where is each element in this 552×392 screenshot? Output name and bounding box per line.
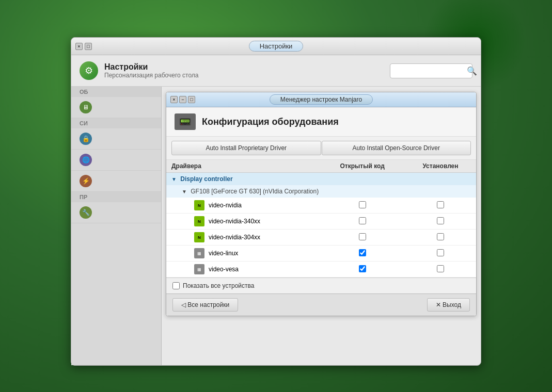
sidebar-item-network[interactable]: 🌐 [71, 150, 161, 171]
left-sidebar: Об 🖥 Си 🔒 🌐 ⚡ Пр 🔧 [71, 87, 162, 365]
search-input[interactable] [395, 67, 467, 75]
show-all-devices-label[interactable]: Показать все устройства [172, 282, 254, 289]
footer-bar: ◁ Все настройки ✕ Выход [166, 293, 476, 316]
search-box[interactable]: 🔍 [390, 63, 472, 78]
inner-window-title: Менеджер настроек Manjaro [280, 96, 362, 103]
table-row[interactable]: N video-nvidia-340xx [166, 214, 476, 230]
col-driver: Драйвера [166, 160, 320, 173]
outer-close-button[interactable]: × [75, 43, 83, 50]
outer-content-wrapper: Об 🖥 Си 🔒 🌐 ⚡ Пр 🔧 [71, 87, 481, 365]
outer-window-controls: × □ [75, 43, 92, 50]
inner-titlebar: × − □ Менеджер настроек Manjaro [166, 92, 476, 107]
driver-4-opensource-checkbox[interactable] [359, 265, 366, 272]
power-icon: ⚡ [80, 175, 92, 187]
driver-0-opensource-checkbox[interactable] [359, 201, 366, 208]
inner-window: × − □ Менеджер настроек Manjaro 📟 Конфиг… [166, 92, 477, 316]
proprietary-driver-button[interactable]: Auto Install Proprietary Driver [171, 141, 321, 155]
table-row: ▼ GF108 [GeForce GT 630] (nVIdia Corpora… [166, 185, 476, 198]
chip-icon: ▦ [194, 264, 204, 274]
security-icon: 🔒 [80, 133, 92, 145]
settings-header: ⚙ Настройки Персонализация рабочего стол… [71, 55, 481, 87]
hw-header: 📟 Конфигурация оборудования [166, 107, 476, 137]
settings-title-area: ⚙ Настройки Персонализация рабочего стол… [80, 61, 199, 80]
outer-title-tab: Настройки [249, 41, 304, 52]
inner-window-controls: × − □ [170, 96, 195, 103]
inner-minimize-button[interactable]: − [179, 96, 186, 103]
show-all-checkbox[interactable] [172, 282, 180, 289]
driver-2-opensource-checkbox[interactable] [359, 233, 366, 240]
search-icon: 🔍 [467, 66, 477, 76]
outer-titlebar: × □ Настройки [71, 38, 481, 55]
main-panel: × − □ Менеджер настроек Manjaro 📟 Конфиг… [162, 87, 481, 365]
driver-2-installed-checkbox[interactable] [437, 233, 444, 240]
exit-button[interactable]: ✕ Выход [427, 298, 470, 312]
settings-subtitle: Персонализация рабочего стола [104, 72, 199, 79]
outer-window: × □ Настройки ⚙ Настройки Персонализация… [71, 37, 481, 366]
hardware-icon: 🔧 [80, 206, 92, 219]
back-button[interactable]: ◁ Все настройки [172, 298, 238, 312]
settings-icon: ⚙ [80, 61, 98, 80]
nvidia-logo-icon: N [194, 232, 204, 242]
sidebar-item-security[interactable]: 🔒 [71, 128, 161, 150]
table-row[interactable]: N video-nvidia-304xx [166, 230, 476, 246]
table-row[interactable]: ▦ video-linux [166, 246, 476, 262]
inner-content: 📟 Конфигурация оборудования Auto Install… [166, 107, 476, 316]
inner-maximize-button[interactable]: □ [188, 96, 195, 103]
section-header-si: Си [71, 118, 161, 128]
driver-4-installed-checkbox[interactable] [437, 265, 444, 272]
outer-window-title: Настройки [260, 42, 293, 50]
category-triangle-icon: ▼ [171, 176, 177, 182]
section-header-pr: Пр [71, 192, 161, 202]
sidebar-item-hardware[interactable]: 🔧 [71, 202, 161, 223]
driver-0-installed-checkbox[interactable] [437, 201, 444, 208]
subcategory-triangle-icon: ▼ [182, 189, 187, 194]
driver-table: Драйвера Открытый код Установлен [166, 160, 476, 277]
table-row: ▼ Display controller [166, 173, 476, 186]
chip-icon: ▦ [194, 248, 204, 258]
driver-3-installed-checkbox[interactable] [437, 249, 444, 256]
sidebar-item-power[interactable]: ⚡ [71, 171, 161, 192]
settings-title: Настройки [104, 62, 199, 72]
opensource-driver-button[interactable]: Auto Install Open-Source Driver [322, 141, 471, 155]
hw-icon: 📟 [175, 113, 196, 130]
display-icon: 🖥 [80, 101, 92, 113]
hw-title: Конфигурация оборудования [202, 117, 339, 127]
col-opensource: Открытый код [320, 160, 405, 173]
outer-minimize-button[interactable]: □ [85, 43, 92, 50]
driver-3-opensource-checkbox[interactable] [359, 249, 366, 256]
settings-title-text: Настройки Персонализация рабочего стола [104, 62, 199, 79]
inner-close-button[interactable]: × [170, 96, 178, 103]
section-header-ob: Об [71, 87, 161, 97]
table-row[interactable]: N video-nvidia [166, 198, 476, 214]
inner-title-tab: Менеджер настроек Manjaro [270, 94, 373, 105]
nvidia-logo-icon: N [194, 216, 204, 226]
sidebar-item-display[interactable]: 🖥 [71, 97, 161, 118]
driver-1-installed-checkbox[interactable] [437, 217, 444, 224]
nvidia-logo-icon: N [194, 200, 204, 210]
table-row[interactable]: ▦ video-vesa [166, 262, 476, 277]
btn-row: Auto Install Proprietary Driver Auto Ins… [166, 137, 476, 160]
bottom-bar: Показать все устройства [166, 277, 476, 293]
driver-1-opensource-checkbox[interactable] [359, 217, 366, 224]
network-icon: 🌐 [80, 154, 92, 166]
col-installed: Установлен [405, 160, 476, 173]
